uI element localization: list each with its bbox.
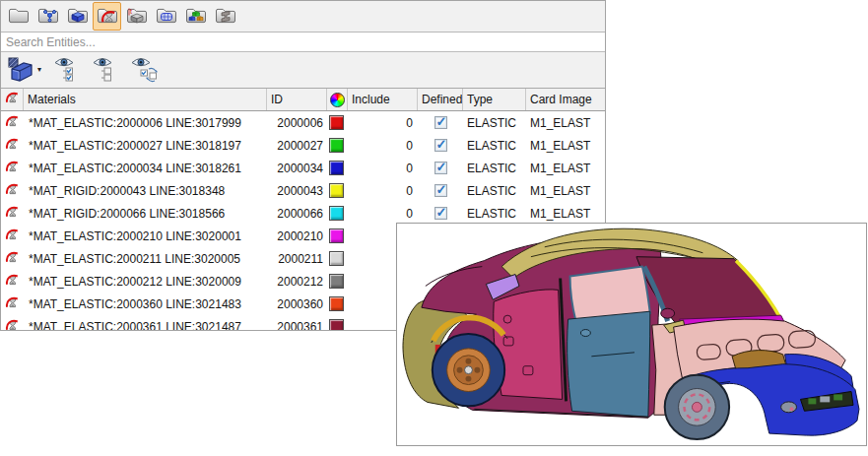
folder-component-icon: [67, 6, 89, 28]
row-color-cell: [327, 274, 348, 289]
toolbar-button-mesh[interactable]: [152, 2, 180, 31]
color-swatch[interactable]: [329, 251, 344, 266]
toolbar-button-properties[interactable]: t: [122, 2, 151, 31]
display-mode-button[interactable]: ▾: [6, 55, 43, 86]
app-window: t: [0, 0, 868, 456]
table-row[interactable]: *MAT_ELASTIC:2000034 LINE:3018261 200003…: [1, 157, 605, 179]
row-color-cell: [327, 183, 348, 198]
row-type: ELASTIC: [463, 207, 526, 221]
row-material-name: *MAT_ELASTIC:2000361 LINE:3021487: [24, 320, 267, 332]
color-swatch[interactable]: [329, 274, 344, 289]
row-id: 2000027: [267, 139, 327, 153]
row-material-name: *MAT_ELASTIC:2000034 LINE:3018261: [24, 162, 267, 175]
row-material-name: *MAT_RIGID:2000066 LINE:3018566: [24, 207, 267, 221]
folder-material-icon: [97, 6, 118, 28]
folder-section-icon: [215, 6, 236, 28]
color-swatch[interactable]: [329, 296, 344, 311]
folder-network-icon: [37, 6, 59, 28]
header-id[interactable]: ID: [267, 89, 327, 110]
row-defined-cell: [418, 184, 463, 197]
row-entity-icon-cell: [1, 250, 24, 268]
header-defined[interactable]: Defined: [418, 89, 463, 110]
table-row[interactable]: *MAT_ELASTIC:2000006 LINE:3017999 200000…: [1, 111, 605, 134]
table-row[interactable]: *MAT_ELASTIC:2000027 LINE:3018197 200002…: [1, 134, 605, 157]
show-all-button[interactable]: [52, 55, 82, 86]
row-include: 0: [348, 139, 418, 153]
search-input[interactable]: [1, 33, 605, 51]
color-swatch[interactable]: [329, 206, 344, 221]
hide-all-button[interactable]: [91, 55, 120, 86]
material-icon: [5, 137, 20, 155]
row-material-name: *MAT_ELASTIC:2000211 LINE:3020005: [24, 252, 267, 266]
header-type[interactable]: Type: [463, 89, 526, 110]
layers-icon: [6, 55, 35, 86]
row-type: ELASTIC: [463, 139, 526, 153]
row-color-cell: [327, 115, 348, 130]
header-card-image[interactable]: Card Image: [526, 89, 605, 110]
graphics-viewport[interactable]: [396, 223, 867, 446]
row-id: 2000043: [267, 184, 327, 198]
defined-checkbox[interactable]: [434, 162, 447, 174]
reverse-display-button[interactable]: [129, 55, 161, 86]
color-swatch[interactable]: [329, 228, 344, 243]
row-id: 2000006: [267, 116, 327, 130]
row-color-cell: [327, 138, 348, 153]
table-row[interactable]: *MAT_RIGID:2000043 LINE:3018348 2000043 …: [1, 179, 605, 202]
row-entity-icon-cell: [1, 228, 24, 245]
row-defined-cell: [418, 207, 463, 220]
material-icon: [5, 182, 20, 200]
color-swatch[interactable]: [329, 138, 344, 153]
folder-property-icon: t: [126, 6, 148, 28]
row-include: 0: [348, 207, 418, 221]
row-id: 2000210: [267, 229, 327, 243]
row-material-name: *MAT_ELASTIC:2000210 LINE:3020001: [24, 229, 267, 243]
row-entity-icon-cell: [1, 137, 24, 155]
row-id: 2000361: [267, 320, 327, 332]
defined-checkbox[interactable]: [434, 139, 447, 152]
row-entity-icon-cell: [1, 160, 24, 177]
row-material-name: *MAT_ELASTIC:2000360 LINE:3021483: [24, 297, 267, 311]
row-entity-icon-cell: [1, 205, 24, 223]
row-include: 0: [348, 116, 418, 130]
row-entity-icon-cell: [1, 114, 24, 132]
toolbar-button-connections[interactable]: [33, 2, 62, 31]
defined-checkbox[interactable]: [434, 116, 447, 129]
row-entity-icon-cell: [1, 295, 24, 313]
row-defined-cell: [418, 139, 463, 152]
search-row: [1, 33, 605, 52]
row-type: ELASTIC: [463, 184, 526, 198]
toolbar-button-sections[interactable]: [211, 2, 239, 31]
header-entity-type[interactable]: [1, 89, 24, 110]
color-swatch[interactable]: [329, 115, 344, 130]
row-card-image: M1_ELAST: [526, 139, 605, 153]
eye-hide-icon: [91, 55, 120, 86]
toolbar-button-components[interactable]: [63, 2, 92, 31]
header-materials[interactable]: Materials: [24, 89, 267, 110]
defined-checkbox[interactable]: [434, 184, 447, 197]
row-id: 2000212: [267, 275, 327, 289]
defined-checkbox[interactable]: [434, 207, 447, 220]
row-color-cell: [327, 251, 348, 266]
folder-assembly-icon: [185, 6, 207, 28]
row-card-image: M1_ELAST: [526, 184, 605, 198]
row-card-image: M1_ELAST: [526, 162, 605, 175]
color-swatch[interactable]: [329, 319, 344, 331]
color-swatch[interactable]: [329, 183, 344, 198]
row-id: 2000360: [267, 297, 327, 311]
table-header: Materials ID Include Defined Type Card I…: [1, 89, 605, 111]
toolbar-button-materials[interactable]: [93, 2, 121, 31]
row-material-name: *MAT_RIGID:2000043 LINE:3018348: [24, 184, 267, 198]
row-defined-cell: [418, 116, 463, 129]
material-icon: [5, 205, 20, 223]
header-color[interactable]: [327, 89, 348, 110]
row-entity-icon-cell: [1, 273, 24, 291]
color-wheel-icon: [330, 93, 345, 107]
table-row[interactable]: *MAT_RIGID:2000066 LINE:3018566 2000066 …: [1, 202, 605, 225]
toolbar-button-model[interactable]: [4, 2, 33, 31]
row-card-image: M1_ELAST: [526, 207, 605, 221]
header-include[interactable]: Include: [348, 89, 418, 110]
color-swatch[interactable]: [329, 161, 344, 175]
row-material-name: *MAT_ELASTIC:2000212 LINE:3020009: [24, 275, 267, 289]
toolbar-button-assemblies[interactable]: [181, 2, 210, 31]
folder-icon: [8, 6, 30, 28]
